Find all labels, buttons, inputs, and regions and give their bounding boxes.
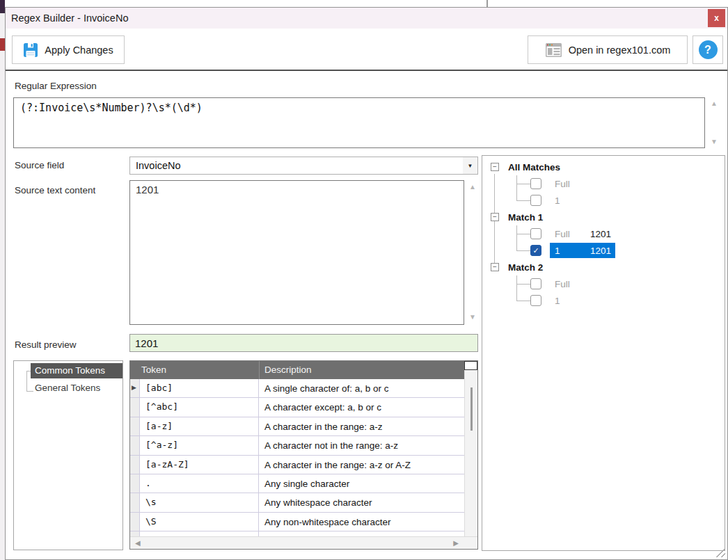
tree-item-row[interactable]: Full (550, 276, 594, 291)
description-cell: A character in the range: a-z or A-Z (259, 456, 464, 474)
collapse-icon[interactable]: − (491, 263, 499, 271)
apply-changes-button[interactable]: Apply Changes (12, 35, 125, 64)
column-separator (259, 361, 260, 379)
tree-item[interactable]: Full (482, 175, 725, 192)
tree-item[interactable]: 1 (482, 192, 725, 209)
category-item[interactable]: Common Tokens (31, 363, 122, 378)
regular-expression-label: Regular Expression (15, 81, 97, 91)
background-window-edge (486, 0, 488, 7)
window-title: Regex Builder - InvoiceNo (11, 8, 128, 29)
checkbox[interactable] (530, 178, 541, 189)
background-window-sliver (0, 0, 5, 560)
token-cell: [^a-z] (140, 436, 259, 454)
result-preview-field: 1201 (129, 334, 478, 352)
horizontal-scrollbar[interactable]: ◀ ▶ (130, 536, 477, 549)
row-header-cell (130, 531, 140, 536)
collapse-icon[interactable]: − (491, 213, 499, 221)
regex-input[interactable]: (?:Invoice\s*Number)?\s*(\d*) (13, 97, 705, 148)
source-field-dropdown[interactable]: InvoiceNo ▼ (129, 157, 478, 175)
tree-group-row[interactable]: −Match 1 (482, 209, 725, 225)
token-cell: . (140, 474, 259, 493)
token-column-header: Token (141, 361, 166, 379)
collapse-icon[interactable]: − (491, 163, 499, 171)
result-preview-label: Result preview (15, 339, 77, 350)
tree-group-label: Match 2 (508, 262, 543, 273)
table-row[interactable]: \SAny non-whitespace character (130, 513, 464, 531)
tree-group: −All MatchesFull1 (482, 159, 725, 209)
description-cell: A character in the range: a-z (259, 417, 464, 435)
open-regex101-label: Open in regex101.com (569, 45, 671, 56)
source-text-input[interactable]: 1201 (129, 180, 464, 325)
table-row[interactable]: [a-z]A character in the range: a-z (130, 417, 464, 436)
scroll-up-icon[interactable]: ▲ (469, 184, 476, 191)
description-cell: Any whitespace character (259, 493, 464, 511)
checkbox[interactable] (530, 228, 541, 239)
scrollbar-thumb[interactable] (470, 387, 473, 431)
save-icon (23, 42, 38, 58)
close-icon: x (714, 13, 719, 23)
scroll-down-icon[interactable]: ▼ (711, 138, 718, 145)
tree-line (26, 371, 27, 391)
row-header-cell (130, 398, 140, 416)
tree-group-children: Full1 (482, 275, 725, 309)
row-header-cell (130, 474, 140, 493)
tree-item[interactable]: Full (482, 275, 725, 292)
browser-window-icon (545, 42, 562, 58)
row-header-cell (130, 456, 140, 474)
tree-group-row[interactable]: −All Matches (482, 159, 725, 175)
tree-item[interactable]: Full1201 (482, 225, 725, 242)
tree-item[interactable]: 1 (482, 292, 725, 309)
tree-item[interactable]: ✓11201 (482, 242, 725, 259)
apply-changes-label: Apply Changes (45, 45, 113, 56)
toolbar: Apply Changes Open in regex101.com (6, 29, 727, 71)
result-preview-value: 1201 (135, 337, 158, 349)
help-icon: ? (699, 40, 718, 59)
row-header-cell (130, 436, 140, 454)
token-cell: [^abc] (140, 398, 259, 416)
tree-group-children: Full1 (482, 175, 725, 209)
close-button[interactable]: x (708, 9, 725, 27)
checkbox[interactable] (530, 278, 541, 289)
tree-item-label: 1 (555, 246, 590, 256)
table-row[interactable]: ▶[abc]A single character of: a, b or c (130, 379, 464, 398)
source-field-label: Source field (15, 160, 64, 170)
row-header-cell (130, 493, 140, 511)
token-cell: \S (140, 513, 259, 531)
checkbox[interactable] (530, 295, 541, 306)
tree-item-label: Full (555, 279, 590, 289)
tree-item-row[interactable]: 1 (550, 193, 594, 208)
table-row[interactable]: [a-zA-Z]A character in the range: a-z or… (130, 456, 464, 474)
scroll-up-icon[interactable]: ▲ (711, 100, 718, 107)
help-button[interactable]: ? (693, 35, 723, 64)
vertical-scrollbar[interactable] (464, 370, 477, 536)
table-row[interactable]: .Any single character (130, 474, 464, 493)
tree-group-label: Match 1 (508, 212, 543, 223)
token-table: Token Description ▶[abc]A single charact… (129, 360, 478, 550)
tree-group: −Match 2Full1 (482, 259, 725, 309)
current-row-icon: ▶ (132, 384, 136, 391)
token-cell: [abc] (140, 379, 259, 397)
scroll-right-icon[interactable]: ▶ (453, 539, 459, 547)
description-cell: A single character of: a, b or c (259, 379, 464, 397)
tree-group: −Match 1Full1201✓11201 (482, 209, 725, 259)
row-header-cell: ▶ (130, 379, 140, 397)
tree-group-row[interactable]: −Match 2 (482, 259, 725, 275)
row-header-cell (130, 417, 140, 435)
source-text-label: Source text content (15, 185, 95, 195)
open-regex101-button[interactable]: Open in regex101.com (528, 35, 688, 64)
tree-item-row[interactable]: 11201 (550, 243, 615, 258)
checkbox[interactable] (530, 195, 541, 206)
chevron-down-icon[interactable]: ▼ (463, 157, 477, 174)
scroll-left-icon[interactable]: ◀ (135, 539, 141, 547)
description-cell (259, 531, 464, 536)
tree-item-row[interactable]: Full (550, 176, 594, 191)
table-row[interactable]: [^abc]A character except: a, b or c (130, 398, 464, 417)
tree-item-row[interactable]: 1 (550, 293, 594, 308)
tree-item-label: 1 (555, 296, 590, 306)
tree-item-row[interactable]: Full1201 (550, 226, 615, 241)
table-row[interactable]: \sAny whitespace character (130, 493, 464, 512)
table-row[interactable]: [^a-z]A character not in the range: a-z (130, 436, 464, 455)
category-item[interactable]: General Tokens (31, 381, 122, 396)
scroll-down-icon[interactable]: ▼ (469, 314, 476, 321)
checkbox[interactable]: ✓ (530, 245, 541, 256)
